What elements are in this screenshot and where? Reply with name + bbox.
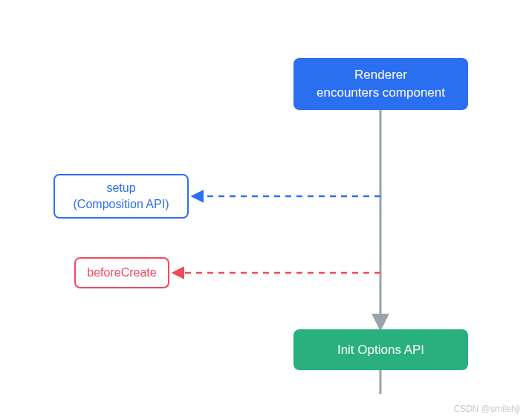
node-setup-line1: setup <box>74 180 169 196</box>
node-init-options-label: Init Options API <box>337 341 424 359</box>
node-renderer: Renderer encounters component <box>293 58 468 110</box>
node-setup: setup (Composition API) <box>53 174 189 219</box>
node-renderer-line2: encounters component <box>317 84 445 102</box>
node-beforecreate-label: beforeCreate <box>87 265 156 281</box>
node-beforecreate: beforeCreate <box>74 257 169 288</box>
node-init-options: Init Options API <box>293 329 468 370</box>
node-renderer-line1: Renderer <box>317 66 445 84</box>
node-setup-line2: (Composition API) <box>74 196 169 213</box>
watermark: CSDN @smilehjl <box>453 404 520 414</box>
